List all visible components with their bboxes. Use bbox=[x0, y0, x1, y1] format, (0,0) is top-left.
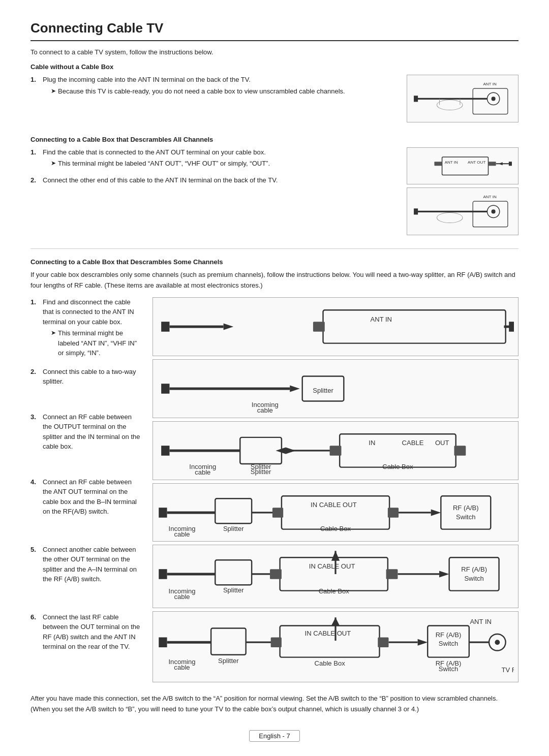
svg-rect-4 bbox=[414, 96, 418, 102]
section-cable-no-box: Cable without a Cable Box 1. Plug the in… bbox=[30, 63, 518, 127]
svg-marker-55 bbox=[276, 447, 286, 454]
arrow-symbol: ➤ bbox=[51, 86, 56, 96]
svg-text:CABLE: CABLE bbox=[402, 438, 424, 446]
step-num: 3. bbox=[30, 412, 41, 452]
svg-rect-50 bbox=[454, 446, 466, 456]
section3-intro: If your cable box descrambles only some … bbox=[30, 270, 518, 291]
section-divider bbox=[30, 248, 518, 249]
svg-text:ANT IN: ANT IN bbox=[483, 195, 496, 199]
note-text: Because this TV is cable-ready, you do n… bbox=[58, 86, 345, 97]
svg-text:ANT IN: ANT IN bbox=[445, 160, 458, 165]
step-num: 2. bbox=[30, 367, 41, 387]
diagram-cable-box-all: ANT IN ANT OUT bbox=[407, 147, 518, 185]
svg-rect-58 bbox=[215, 498, 252, 523]
section3-layout: 1. Find and disconnect the cable that is… bbox=[30, 297, 518, 685]
svg-text:ANT OUT: ANT OUT bbox=[468, 160, 485, 165]
step-text: Connect an RF cable between the OUTPUT t… bbox=[43, 413, 140, 451]
diagram-step1: ANT IN bbox=[152, 297, 518, 356]
step-text: Connect the last RF cable between the OU… bbox=[43, 613, 140, 651]
diagram-ant-in: ANT IN bbox=[407, 75, 518, 122]
intro-text: To connect to a cable TV system, follow … bbox=[30, 48, 518, 56]
svg-text:IN  CABLE  OUT: IN CABLE OUT bbox=[309, 562, 355, 570]
diagram-tv-ant-in-2: ANT IN bbox=[407, 187, 518, 235]
diagram-svg-3: ANT IN bbox=[411, 192, 514, 231]
svg-rect-13 bbox=[488, 162, 496, 166]
arrow-symbol: ➤ bbox=[51, 328, 56, 337]
svg-rect-77 bbox=[215, 560, 252, 585]
step-num: 5. bbox=[30, 545, 41, 584]
svg-text:Switch: Switch bbox=[439, 665, 458, 673]
svg-marker-86 bbox=[439, 571, 449, 578]
svg-text:Splitter: Splitter bbox=[223, 524, 244, 532]
svg-rect-31 bbox=[509, 322, 514, 332]
svg-text:cable: cable bbox=[257, 406, 273, 414]
step-num: 1. bbox=[30, 147, 41, 170]
svg-rect-24 bbox=[161, 322, 169, 332]
step-text: Connect another cable between the other … bbox=[43, 546, 137, 583]
svg-rect-39 bbox=[161, 446, 169, 456]
step-note: ➤ This terminal might be labeled “ANT IN… bbox=[51, 328, 142, 358]
svg-text:IN: IN bbox=[369, 438, 375, 446]
section3-heading: Connecting to a Cable Box that Descrambl… bbox=[30, 258, 518, 266]
svg-text:RF (A/B): RF (A/B) bbox=[461, 566, 487, 574]
section-some-channels: Connecting to a Cable Box that Descrambl… bbox=[30, 258, 518, 715]
diagram-svg-1: ANT IN bbox=[411, 79, 514, 118]
svg-rect-21 bbox=[414, 209, 418, 215]
step-3-2: 2. Connect this cable to a two-way split… bbox=[30, 367, 142, 387]
svg-point-5 bbox=[437, 100, 463, 110]
svg-text:Switch: Switch bbox=[456, 513, 475, 521]
svg-marker-34 bbox=[290, 385, 300, 392]
section1-content: 1. Plug the incoming cable into the ANT … bbox=[30, 75, 396, 101]
section1-steps: 1. Plug the incoming cable into the ANT … bbox=[30, 75, 396, 98]
step-3-5: 5. Connect another cable between the oth… bbox=[30, 545, 142, 584]
svg-text:RF (A/B): RF (A/B) bbox=[453, 504, 479, 512]
svg-rect-75 bbox=[159, 570, 167, 580]
step-text: Find the cable that is connected to the … bbox=[43, 148, 266, 156]
svg-rect-68 bbox=[441, 496, 491, 529]
svg-rect-32 bbox=[161, 384, 169, 394]
section2-heading: Connecting to a Cable Box that Descrambl… bbox=[30, 136, 518, 143]
diag-svg-s2: Splitter Incoming cable bbox=[157, 364, 514, 414]
svg-rect-95 bbox=[159, 637, 167, 647]
svg-rect-87 bbox=[449, 558, 499, 591]
svg-text:ANT IN: ANT IN bbox=[470, 618, 492, 625]
diagram-step3: Splitter IN CABLE OUT Cable Box Incoming… bbox=[152, 421, 518, 480]
svg-text:Splitter: Splitter bbox=[223, 586, 244, 594]
svg-text:Cable Box: Cable Box bbox=[314, 659, 345, 667]
diagram-step4: Splitter IN CABLE OUT Cable Box RF (A/B)… bbox=[152, 483, 518, 542]
svg-point-22 bbox=[437, 213, 463, 223]
svg-text:cable: cable bbox=[195, 468, 210, 476]
step-text: Find and disconnect the cable that is co… bbox=[43, 298, 134, 326]
step-num: 4. bbox=[30, 477, 41, 517]
svg-rect-56 bbox=[159, 508, 167, 518]
step-text: Connect an RF cable between the ANT OUT … bbox=[43, 478, 137, 516]
svg-marker-67 bbox=[431, 509, 441, 516]
svg-text:Splitter: Splitter bbox=[251, 467, 271, 475]
svg-point-114 bbox=[495, 640, 500, 645]
step-num: 1. bbox=[30, 297, 41, 360]
step-text: Plug the incoming cable into the ANT IN … bbox=[43, 76, 251, 83]
svg-rect-103 bbox=[378, 637, 388, 647]
page-title: Connecting Cable TV bbox=[30, 20, 518, 41]
svg-point-2 bbox=[492, 97, 496, 101]
diagram-svg-2: ANT IN ANT OUT bbox=[411, 152, 514, 180]
svg-rect-29 bbox=[313, 322, 325, 332]
svg-text:Cable Box: Cable Box bbox=[319, 587, 350, 595]
diag-svg-s4: Splitter IN CABLE OUT Cable Box RF (A/B)… bbox=[157, 488, 514, 538]
section3-outro: After you have made this connection, set… bbox=[30, 694, 518, 715]
section2-content: 1. Find the cable that is connected to t… bbox=[30, 147, 396, 188]
svg-text:cable: cable bbox=[174, 530, 190, 538]
svg-marker-26 bbox=[224, 323, 234, 330]
svg-rect-16 bbox=[509, 162, 512, 166]
step-note: ➤ This terminal might be labeled “ANT OU… bbox=[51, 159, 270, 169]
svg-text:Cable Box: Cable Box bbox=[382, 462, 413, 470]
step-3-6: 6. Connect the last RF cable between the… bbox=[30, 612, 142, 652]
svg-rect-12 bbox=[434, 162, 442, 166]
section2-diagrams: ANT IN ANT OUT ANT IN bbox=[407, 147, 518, 239]
section-all-channels: Connecting to a Cable Box that Descrambl… bbox=[30, 136, 518, 239]
section3-diagrams: ANT IN Splitter Inc bbox=[152, 297, 518, 685]
arrow-symbol: ➤ bbox=[51, 159, 56, 168]
svg-text:OUT: OUT bbox=[435, 438, 449, 446]
svg-point-19 bbox=[492, 210, 496, 214]
svg-text:TV Rear: TV Rear bbox=[502, 666, 514, 674]
